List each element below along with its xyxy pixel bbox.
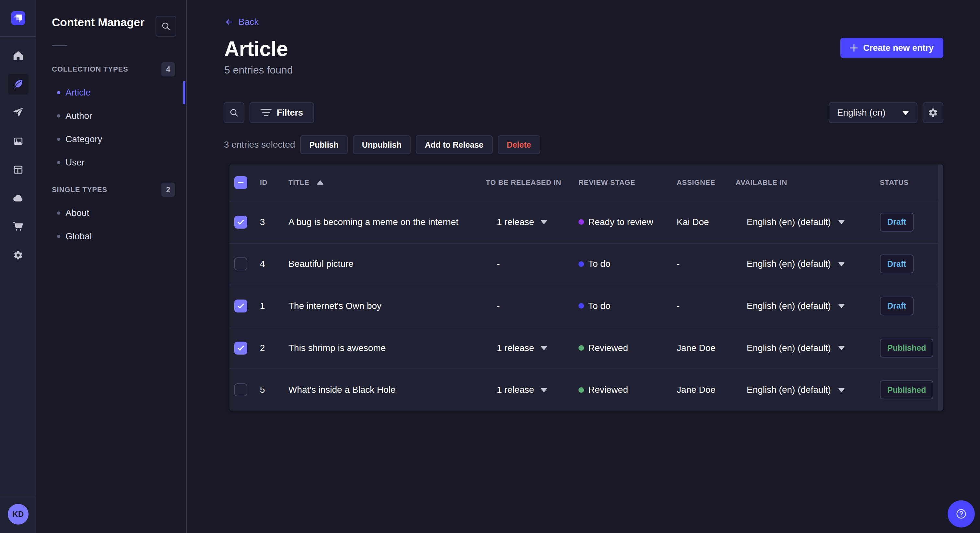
table-row[interactable]: 3A bug is becoming a meme on the interne… xyxy=(229,201,943,243)
sidebar-item-about[interactable]: About xyxy=(36,201,186,225)
chevron-down-icon xyxy=(838,388,845,392)
release-value: 1 release xyxy=(497,217,534,227)
avatar[interactable]: KD xyxy=(8,504,29,525)
table-row[interactable]: 2This shrimp is awesome1 releaseReviewed… xyxy=(229,327,943,369)
nav-cart-icon[interactable] xyxy=(8,216,29,237)
filters-button[interactable]: Filters xyxy=(250,102,314,123)
column-header-to-be-released-in[interactable]: TO BE RELEASED IN xyxy=(486,178,579,187)
sidebar-item-label: About xyxy=(65,208,89,218)
nav-gear-icon[interactable] xyxy=(8,245,29,265)
locale-select-value: English (en) xyxy=(837,108,885,118)
stage-dot-icon xyxy=(579,261,584,267)
search-button[interactable] xyxy=(224,102,244,123)
sidebar-section-gap xyxy=(36,174,186,178)
sidebar-divider xyxy=(52,45,67,46)
stage-label: To do xyxy=(588,259,611,269)
cell-available-in[interactable]: English (en) (default) xyxy=(736,259,880,269)
add-to-release-button[interactable]: Add to Release xyxy=(416,135,493,154)
stage-dot-icon xyxy=(579,387,584,393)
sidebar-item-article[interactable]: Article xyxy=(36,81,186,104)
bullet-icon xyxy=(57,235,60,238)
status-badge: Published xyxy=(880,381,933,399)
chevron-down-icon[interactable] xyxy=(541,346,547,351)
column-header-review-stage[interactable]: REVIEW STAGE xyxy=(579,178,677,187)
entries-table: IDTITLETO BE RELEASED INREVIEW STAGEASSI… xyxy=(229,165,943,411)
chevron-down-icon xyxy=(838,346,845,351)
cell-available-in[interactable]: English (en) (default) xyxy=(736,217,880,227)
row-checkbox[interactable] xyxy=(234,257,247,270)
delete-button[interactable]: Delete xyxy=(498,135,540,154)
cell-available-in[interactable]: English (en) (default) xyxy=(736,385,880,395)
sidebar-item-author[interactable]: Author xyxy=(36,104,186,128)
column-header-assignee[interactable]: ASSIGNEE xyxy=(677,178,736,187)
row-checkbox-cell xyxy=(229,342,260,355)
help-button[interactable] xyxy=(948,500,975,528)
cell-available-in[interactable]: English (en) (default) xyxy=(736,343,880,353)
chevron-down-icon xyxy=(838,303,845,308)
column-header-id[interactable]: ID xyxy=(260,178,288,187)
cell-release: - xyxy=(486,301,579,311)
sidebar-item-user[interactable]: User xyxy=(36,151,186,174)
create-new-entry-label: Create new entry xyxy=(863,43,934,53)
column-header-available-in[interactable]: AVAILABLE IN xyxy=(736,178,880,187)
select-all-checkbox[interactable] xyxy=(234,176,247,189)
row-checkbox-cell xyxy=(229,216,260,228)
cell-status: Draft xyxy=(880,254,943,273)
nav-feather-icon[interactable] xyxy=(8,74,29,95)
cell-assignee: Jane Doe xyxy=(677,385,736,395)
stage-label: To do xyxy=(588,301,611,311)
strapi-logo[interactable] xyxy=(11,11,25,25)
cell-release: - xyxy=(486,259,579,269)
back-label: Back xyxy=(239,17,259,27)
bullet-icon xyxy=(57,91,60,94)
nav-home-icon[interactable] xyxy=(8,45,29,66)
sidebar-section-badge: 2 xyxy=(161,182,175,197)
sidebar-scrollbar-thumb[interactable] xyxy=(183,81,185,104)
nav-images-icon[interactable] xyxy=(8,131,29,152)
stage-label: Reviewed xyxy=(588,385,628,395)
nav-cloud-icon[interactable] xyxy=(8,188,29,209)
chevron-down-icon[interactable] xyxy=(541,388,547,392)
publish-button[interactable]: Publish xyxy=(300,135,347,154)
locale-select[interactable]: English (en) xyxy=(829,102,918,123)
list-toolbar: Filters English (en) xyxy=(224,102,943,123)
unpublish-button[interactable]: Unpublish xyxy=(353,135,410,154)
sidebar-item-label: Global xyxy=(65,231,92,241)
app-root: KD Content Manager COLLECTION TYPES4Arti… xyxy=(0,0,980,533)
locale-value: English (en) (default) xyxy=(747,301,831,311)
nav-send-icon[interactable] xyxy=(8,102,29,123)
column-header-title[interactable]: TITLE xyxy=(288,178,486,187)
sidebar-item-label: Author xyxy=(65,111,92,121)
sidebar-search-button[interactable] xyxy=(156,16,176,36)
sidebar-item-category[interactable]: Category xyxy=(36,128,186,151)
table-row[interactable]: 1The internet's Own boy-To do-English (e… xyxy=(229,285,943,327)
sidebar-item-global[interactable]: Global xyxy=(36,225,186,248)
table-scrollbar-track[interactable] xyxy=(938,165,943,411)
stage-dot-icon xyxy=(579,303,584,309)
chevron-down-icon xyxy=(838,219,845,224)
chevron-down-icon[interactable] xyxy=(541,219,547,224)
column-header-status[interactable]: STATUS xyxy=(880,178,943,187)
cell-title: Beautiful picture xyxy=(288,259,486,269)
table-row[interactable]: 5What's inside a Black Hole1 releaseRevi… xyxy=(229,368,943,411)
chevron-down-icon xyxy=(902,110,909,115)
bullet-icon xyxy=(57,211,60,215)
row-checkbox[interactable] xyxy=(234,300,247,313)
selected-entries-count: 3 entries selected xyxy=(224,140,295,150)
cell-title: The internet's Own boy xyxy=(288,301,486,311)
cell-available-in[interactable]: English (en) (default) xyxy=(736,301,880,311)
row-checkbox[interactable] xyxy=(234,383,247,397)
cell-release: 1 release xyxy=(486,217,579,227)
release-value: 1 release xyxy=(497,343,534,353)
view-settings-button[interactable] xyxy=(923,102,943,123)
row-checkbox[interactable] xyxy=(234,216,247,228)
back-link[interactable]: Back xyxy=(225,17,259,27)
row-checkbox[interactable] xyxy=(234,342,247,355)
cell-review-stage: Reviewed xyxy=(579,343,677,353)
stage-label: Reviewed xyxy=(588,343,628,353)
table-row[interactable]: 4Beautiful picture-To do-English (en) (d… xyxy=(229,243,943,285)
nav-layout-icon[interactable] xyxy=(8,159,29,180)
release-value: - xyxy=(497,301,500,311)
sidebar-section-header: COLLECTION TYPES4 xyxy=(36,58,186,81)
create-new-entry-button[interactable]: Create new entry xyxy=(840,38,943,58)
